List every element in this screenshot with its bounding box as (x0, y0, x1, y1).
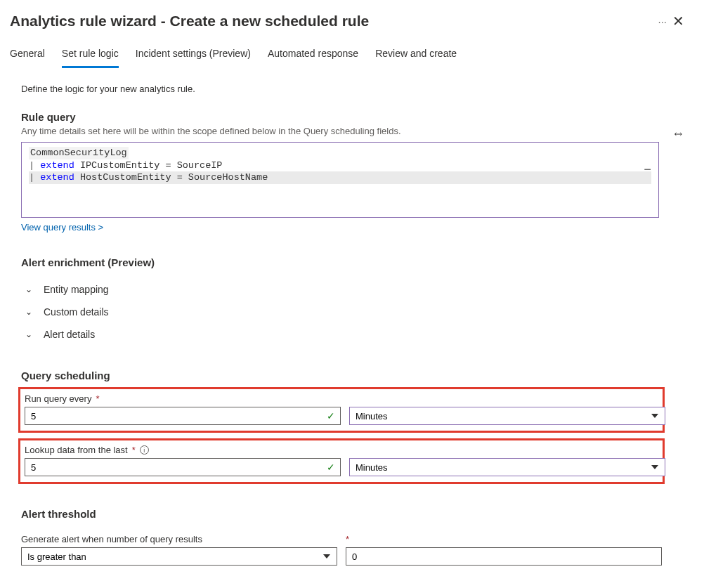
expand-icon[interactable]: ⤢ (672, 127, 686, 141)
tab-set-rule-logic[interactable]: Set rule logic (62, 44, 119, 68)
page-title: Analytics rule wizard - Create a new sch… (10, 13, 651, 30)
alert-enrichment-title: Alert enrichment (Preview) (21, 256, 683, 268)
chevron-down-icon: ⌄ (25, 329, 35, 339)
alert-threshold-value-input[interactable] (346, 547, 662, 566)
lookup-data-input[interactable] (25, 458, 341, 476)
chevron-down-icon: ⌄ (25, 285, 35, 294)
tab-review-create[interactable]: Review and create (375, 44, 457, 68)
tab-bar: General Set rule logic Incident settings… (0, 38, 704, 68)
tab-general[interactable]: General (10, 44, 45, 68)
more-menu[interactable]: ··· (658, 15, 667, 27)
query-line-2: | extend IPCustomEntity = SourceIP (29, 160, 222, 171)
rule-query-hint: Any time details set here will be within… (21, 126, 669, 136)
entity-mapping-section[interactable]: ⌄ Entity mapping (21, 278, 683, 301)
required-asterisk: * (132, 445, 136, 455)
collapse-icon[interactable]: − (644, 162, 651, 178)
custom-details-label: Custom details (44, 306, 109, 318)
rule-query-title: Rule query (21, 111, 683, 123)
alert-details-label: Alert details (44, 329, 95, 340)
alert-threshold-title: Alert threshold (21, 508, 683, 520)
query-line-1: CommonSecurityLog (29, 147, 129, 159)
required-asterisk: * (96, 393, 99, 404)
alert-details-section[interactable]: ⌄ Alert details (21, 323, 683, 346)
alert-threshold-label: Generate alert when number of query resu… (21, 534, 202, 544)
lookup-data-unit-select[interactable]: Minutes (349, 458, 665, 476)
view-query-results-link[interactable]: View query results > (21, 222, 103, 233)
required-asterisk: * (346, 534, 349, 544)
tab-incident-settings[interactable]: Incident settings (Preview) (136, 44, 251, 68)
info-icon[interactable]: i (140, 445, 149, 455)
query-line-3: | extend HostCustomEntity = SourceHostNa… (29, 171, 651, 184)
alert-threshold-operator-select[interactable]: Is greater than (21, 547, 337, 566)
run-query-every-label: Run query every (25, 393, 91, 404)
run-query-every-unit-select[interactable]: Minutes (349, 407, 665, 425)
highlight-lookup: Lookup data from the last * i ✓ Minutes (18, 438, 665, 484)
close-icon[interactable]: ✕ (667, 10, 690, 32)
tab-automated-response[interactable]: Automated response (268, 44, 358, 68)
query-scheduling-title: Query scheduling (21, 370, 683, 381)
entity-mapping-label: Entity mapping (44, 284, 109, 295)
lookup-data-label: Lookup data from the last (25, 445, 128, 455)
chevron-down-icon: ⌄ (25, 307, 35, 317)
page-description: Define the logic for your new analytics … (21, 84, 683, 94)
highlight-run-every: Run query every * ✓ Minutes (18, 387, 665, 433)
query-editor[interactable]: CommonSecurityLog | extend IPCustomEntit… (21, 142, 659, 218)
run-query-every-input[interactable] (25, 407, 341, 425)
custom-details-section[interactable]: ⌄ Custom details (21, 301, 683, 323)
